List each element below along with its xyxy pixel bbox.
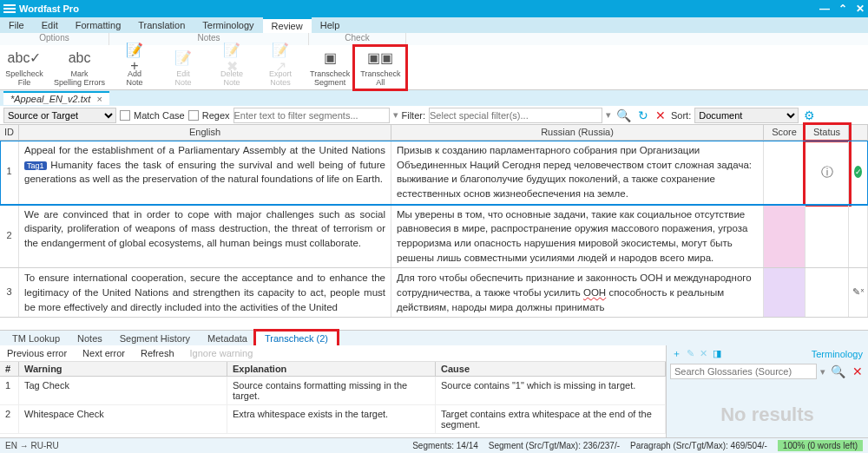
segment-source[interactable]: We are convinced that in order to cope w…: [19, 205, 391, 268]
segment-row[interactable]: 1Appeal for the establishment of a Parli…: [0, 141, 868, 205]
segment-last: ✓: [849, 141, 868, 204]
window-controls: — ⌃ ✕: [819, 3, 865, 15]
terminology-toolbar: ＋ ✎ ✕ ◨ Terminology: [667, 345, 868, 362]
ribbon-spellcheck-file[interactable]: abc✓SpellcheckFile: [0, 47, 49, 89]
segment-id: 3: [0, 268, 19, 317]
refresh-button[interactable]: Refresh: [141, 348, 174, 358]
add-note-icon: 📝+: [125, 49, 144, 68]
term-clear-icon[interactable]: ✕: [851, 364, 865, 378]
col-score[interactable]: Score: [764, 125, 806, 140]
tc-cell: Tag Check: [19, 377, 227, 404]
tc-col-warning: Warning: [19, 362, 227, 376]
commit-icon: ✓: [854, 166, 862, 178]
menu-terminology[interactable]: Terminology: [194, 17, 262, 33]
segment-last: [849, 205, 868, 268]
tag-marker: Tag1: [24, 161, 47, 170]
segment-id: 1: [0, 141, 19, 204]
tab-transcheck-[interactable]: Transcheck (2): [256, 332, 337, 345]
search-icon[interactable]: 🔍: [615, 108, 633, 122]
col-source[interactable]: English: [19, 125, 391, 140]
col-target[interactable]: Russian (Russia): [391, 125, 764, 140]
tc-cell: Extra whitespace exists in the target.: [227, 405, 436, 433]
tc-cell: Source contains "1" which is missing in …: [436, 377, 666, 404]
document-tab-label: *Appeal_EN_v2.txt: [10, 94, 90, 104]
menu-translation[interactable]: Translation: [129, 17, 194, 33]
expand-icon[interactable]: ◨: [713, 348, 721, 359]
match-case-checkbox[interactable]: [120, 110, 130, 121]
transcheck-actions: Previous error Next error Refresh Ignore…: [0, 345, 666, 362]
terminology-label: Terminology: [812, 349, 863, 359]
ribbon-transcheck-segment[interactable]: ▣TranscheckSegment: [305, 47, 355, 89]
menu-file[interactable]: File: [0, 17, 33, 33]
status-segments: Segments: 14/14: [412, 441, 478, 450]
transcheck-row[interactable]: 1Tag CheckSource contains formatting mis…: [0, 377, 666, 405]
maximize-icon[interactable]: ⌃: [838, 3, 847, 15]
transcheck-row[interactable]: 2Whitespace CheckExtra whitespace exists…: [0, 405, 666, 434]
minimize-icon[interactable]: —: [819, 3, 830, 15]
ribbon-toolbar: abc✓SpellcheckFileabcMarkSpelling Errors…: [0, 45, 868, 90]
menu-edit[interactable]: Edit: [33, 17, 67, 33]
edit-term-icon: ✎: [687, 348, 694, 359]
ribbon-add-note[interactable]: 📝+AddNote: [110, 47, 159, 89]
tab-segment-history[interactable]: Segment History: [111, 332, 199, 345]
bottom-tabs: TM LookupNotesSegment HistoryMetadataTra…: [0, 330, 868, 345]
ribbon-label: MarkSpelling Errors: [54, 69, 105, 87]
menu-help[interactable]: Help: [312, 17, 349, 33]
document-tabs: *Appeal_EN_v2.txt ×: [0, 90, 868, 106]
segment-target[interactable]: Для того чтобы обеспечить признание и за…: [391, 268, 764, 317]
status-segment-counts: Segment (Src/Tgt/Max): 236/237/-: [489, 441, 620, 450]
regex-label: Regex: [202, 110, 230, 121]
segment-row[interactable]: 3To ensure international cooperation, se…: [0, 268, 868, 318]
prev-error-button[interactable]: Previous error: [7, 348, 67, 358]
edit-note-icon: 📝: [174, 49, 193, 68]
segment-target[interactable]: Призыв к созданию парламентарного собран…: [391, 141, 764, 204]
segment-score: [764, 205, 806, 268]
menu-formatting[interactable]: Formatting: [67, 17, 130, 33]
close-icon[interactable]: ✕: [856, 3, 865, 15]
regex-checkbox[interactable]: [188, 110, 199, 121]
segment-status: [806, 268, 849, 317]
transcheck-all-icon: ▣▣: [371, 49, 390, 68]
document-tab[interactable]: *Appeal_EN_v2.txt ×: [3, 91, 109, 105]
spellcheck-file-icon: abc✓: [15, 49, 34, 68]
delete-note-icon: 📝✖: [222, 49, 241, 68]
segment-source[interactable]: Appeal for the establishment of a Parlia…: [19, 141, 391, 204]
special-filter-input[interactable]: [429, 108, 602, 123]
filter-label: Filter:: [402, 110, 426, 121]
segment-grid: 1Appeal for the establishment of a Parli…: [0, 141, 868, 330]
add-term-icon[interactable]: ＋: [672, 347, 681, 360]
edit-icon: ✎ˣ: [852, 286, 865, 299]
col-status[interactable]: Status: [806, 125, 849, 140]
ribbon-edit-note: 📝EditNote: [159, 47, 207, 89]
title-bar: Wordfast Pro — ⌃ ✕: [0, 0, 868, 17]
tc-cell: Target contains extra whitespace at the …: [436, 405, 666, 433]
close-tab-icon[interactable]: ×: [96, 94, 102, 104]
status-progress: 100% (0 words left): [778, 440, 863, 451]
segment-row[interactable]: 2We are convinced that in order to cope …: [0, 205, 868, 269]
tab-tm-lookup[interactable]: TM Lookup: [3, 332, 69, 345]
menu-icon[interactable]: [3, 4, 16, 13]
segment-source[interactable]: To ensure international cooperation, sec…: [19, 268, 391, 317]
segment-last: ✎ˣ: [849, 268, 868, 317]
tab-notes[interactable]: Notes: [69, 332, 111, 345]
sort-select[interactable]: Document: [694, 108, 799, 123]
transcheck-panel: Previous error Next error Refresh Ignore…: [0, 345, 667, 448]
menu-review[interactable]: Review: [263, 17, 312, 33]
ribbon-transcheck-all[interactable]: ▣▣TranscheckAll: [355, 47, 405, 89]
scope-select[interactable]: Source or Target: [3, 108, 116, 123]
segment-grid-header: ID English Russian (Russia) Score Status: [0, 125, 868, 141]
clear-icon[interactable]: ✕: [654, 108, 667, 122]
col-id[interactable]: ID: [0, 125, 19, 140]
refresh-icon[interactable]: ↻: [636, 108, 650, 122]
gear-icon[interactable]: ⚙: [802, 108, 817, 122]
ribbon-mark-spelling-errors[interactable]: abcMarkSpelling Errors: [49, 47, 110, 89]
status-bar: EN → RU-RU Segments: 14/14 Segment (Src/…: [0, 437, 868, 453]
terminology-search-input[interactable]: [670, 364, 817, 379]
segment-target[interactable]: Мы уверены в том, что основные задачи, т…: [391, 205, 764, 268]
term-search-icon[interactable]: 🔍: [829, 364, 847, 378]
filter-text-input[interactable]: [233, 108, 390, 123]
ignore-warning-button: Ignore warning: [190, 348, 253, 358]
tab-metadata[interactable]: Metadata: [199, 332, 256, 345]
tc-cell: 2: [0, 405, 19, 433]
next-error-button[interactable]: Next error: [82, 348, 125, 358]
